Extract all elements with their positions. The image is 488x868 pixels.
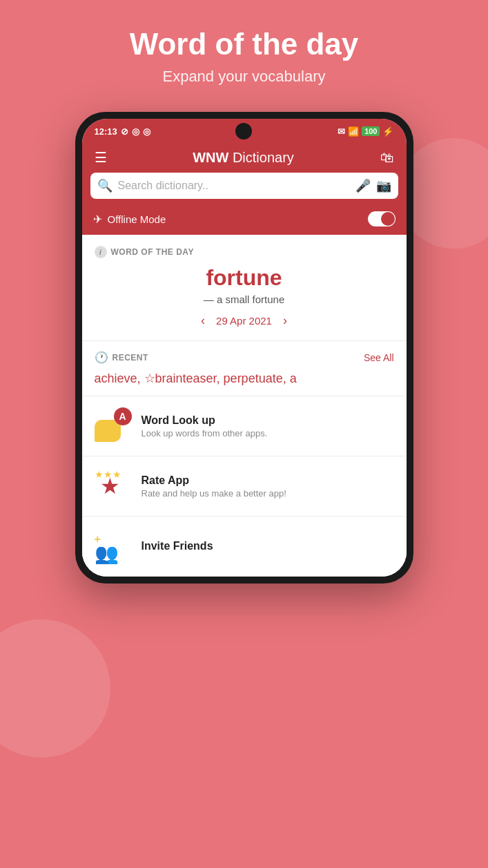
- app-bar-title: WNW Dictionary: [193, 150, 294, 166]
- phone-mockup: 12:13 ⊘ ◎ ◎ ✉ 📶 100 ⚡ ☰ WNW Dictionary: [75, 112, 413, 584]
- word-definition: — a small fortune: [95, 293, 394, 305]
- word-lookup-text: Word Look up Look up words from other ap…: [141, 414, 268, 438]
- bg-decoration-left: [0, 619, 110, 758]
- invite-friends-text: Invite Friends: [141, 540, 213, 552]
- wifi-icon: 📶: [348, 126, 359, 137]
- lookup-badge: A: [114, 407, 132, 425]
- invite-friends-card[interactable]: + 👥 Invite Friends: [82, 517, 407, 577]
- word-of-day-label: i WORD OF THE DAY: [95, 246, 394, 258]
- search-input[interactable]: Search dictionary..: [118, 180, 350, 192]
- mic-icon[interactable]: 🎤: [355, 178, 371, 193]
- recent-card: 🕐 RECENT See All achieve, ☆brainteaser, …: [82, 341, 407, 396]
- store-button[interactable]: 🛍: [380, 150, 394, 166]
- phone-screen: 12:13 ⊘ ◎ ◎ ✉ 📶 100 ⚡ ☰ WNW Dictionary: [82, 119, 407, 577]
- rate-app-card[interactable]: ★★★ ★ Rate App Rate and help us make a b…: [82, 456, 407, 517]
- word-lookup-icon-wrap: A: [95, 407, 132, 445]
- search-bar-container: 🔍 Search dictionary.. 🎤 📷: [82, 173, 407, 206]
- rate-app-title: Rate App: [141, 474, 286, 487]
- word-lookup-title: Word Look up: [141, 414, 268, 427]
- page-title: Word of the day: [130, 28, 359, 61]
- offline-toggle[interactable]: [368, 211, 396, 226]
- recent-section-label: RECENT: [113, 353, 148, 363]
- date-navigation: ‹ 29 Apr 2021 ›: [95, 314, 394, 328]
- brand-bold: WNW: [193, 150, 228, 165]
- lookup-bubble: [95, 420, 121, 442]
- sync-icon: ◎: [132, 126, 139, 137]
- app-bar: ☰ WNW Dictionary 🛍: [82, 142, 407, 173]
- airplane-icon: ✈: [93, 213, 102, 226]
- rate-icon: ★★★ ★: [95, 467, 132, 505]
- rate-app-icon-wrap: ★★★ ★: [95, 467, 132, 505]
- toggle-knob: [381, 212, 395, 226]
- status-bar: 12:13 ⊘ ◎ ◎ ✉ 📶 100 ⚡: [82, 119, 407, 142]
- invite-friends-icon-wrap: + 👥: [95, 528, 132, 565]
- see-all-button[interactable]: See All: [364, 352, 394, 363]
- status-time: 12:13: [95, 126, 117, 137]
- status-right: ✉ 📶 100 ⚡: [338, 126, 393, 137]
- recent-header: 🕐 RECENT See All: [95, 351, 394, 364]
- dnd-icon: ⊘: [121, 126, 128, 137]
- header-section: Word of the day Expand your vocabulary: [116, 0, 373, 99]
- prev-date-button[interactable]: ‹: [201, 314, 205, 328]
- recent-words-list[interactable]: achieve, ☆brainteaser, perpetuate, a: [95, 371, 394, 386]
- notification-icon: ◎: [143, 126, 150, 137]
- rate-app-text: Rate App Rate and help us make a better …: [141, 474, 286, 499]
- word-date: 29 Apr 2021: [216, 315, 272, 327]
- battery-icon: 100: [362, 126, 380, 136]
- camera-notch: [235, 123, 252, 139]
- rate-star-main: ★: [100, 473, 120, 499]
- offline-label: Offline Mode: [108, 213, 166, 225]
- word-of-day-card: i WORD OF THE DAY fortune — a small fort…: [82, 235, 407, 341]
- invite-icon: + 👥: [95, 528, 132, 565]
- brand-regular: Dictionary: [228, 150, 293, 165]
- offline-bar: ✈ Offline Mode: [82, 206, 407, 235]
- hamburger-menu-button[interactable]: ☰: [95, 149, 107, 166]
- charging-icon: ⚡: [382, 126, 393, 137]
- lookup-icon: A: [95, 407, 132, 445]
- word-lookup-card[interactable]: A Word Look up Look up words from other …: [82, 396, 407, 456]
- recent-header-left: 🕐 RECENT: [95, 351, 148, 364]
- content-area: i WORD OF THE DAY fortune — a small fort…: [82, 235, 407, 577]
- status-left: 12:13 ⊘ ◎ ◎: [95, 126, 150, 137]
- word-of-day-section-label: WORD OF THE DAY: [111, 247, 194, 257]
- offline-left: ✈ Offline Mode: [93, 213, 166, 226]
- recent-clock-icon: 🕐: [95, 351, 108, 364]
- camera-icon[interactable]: 📷: [376, 178, 391, 193]
- msg-icon: ✉: [338, 126, 345, 137]
- word-of-day-title[interactable]: fortune: [95, 265, 394, 291]
- page-subtitle: Expand your vocabulary: [130, 68, 359, 86]
- search-icon: 🔍: [97, 178, 113, 193]
- next-date-button[interactable]: ›: [283, 314, 287, 328]
- word-lookup-desc: Look up words from other apps.: [141, 428, 268, 438]
- phone-frame: 12:13 ⊘ ◎ ◎ ✉ 📶 100 ⚡ ☰ WNW Dictionary: [75, 112, 413, 584]
- search-bar[interactable]: 🔍 Search dictionary.. 🎤 📷: [90, 173, 398, 199]
- invite-plus-icon: +: [95, 533, 101, 546]
- info-icon: i: [95, 246, 107, 258]
- invite-friends-title: Invite Friends: [141, 540, 213, 552]
- rate-app-desc: Rate and help us make a better app!: [141, 488, 286, 499]
